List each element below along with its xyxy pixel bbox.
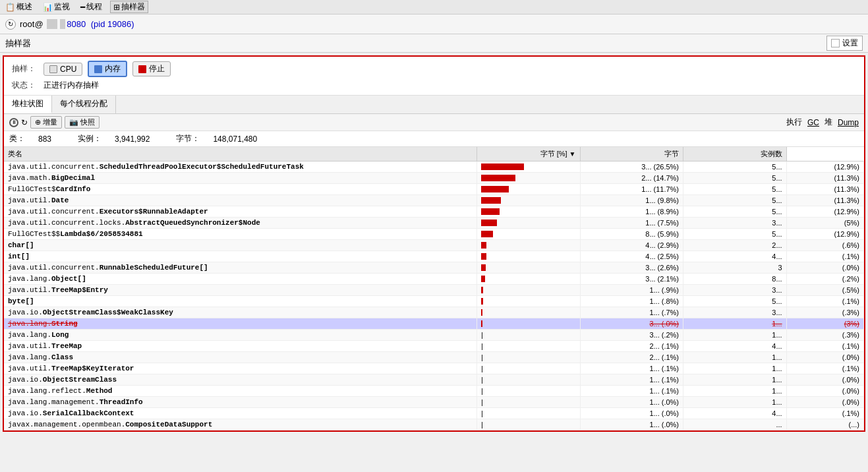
class-name-cell: java.io.ObjectStreamClass bbox=[4, 374, 477, 386]
bar-visual bbox=[481, 175, 515, 181]
checkbox-icon bbox=[831, 39, 840, 47]
heap-table: 类名 字节 [%] ▼ 字节 实例数 java.util.concu bbox=[4, 147, 864, 430]
bytes1-cell: 1... (.9%) bbox=[580, 285, 683, 296]
top-nav-bar: 📋 概述 📊 监视 ━ 线程 ⊞ 抽样器 bbox=[0, 0, 868, 15]
bar-cell bbox=[477, 184, 580, 195]
bar-cell: | bbox=[477, 363, 580, 374]
instances-cell: (.0%) bbox=[786, 352, 863, 363]
instances-cell: (.1%) bbox=[786, 296, 863, 307]
instances-cell: (12.9%) bbox=[786, 206, 863, 218]
class-name-cell: java.math.BigDecimal bbox=[4, 173, 477, 184]
classes-value: 883 bbox=[38, 134, 51, 144]
bytes2-cell: 2... bbox=[683, 240, 787, 251]
tabs-row: 堆柱状图 每个线程分配 bbox=[4, 96, 864, 114]
bar-cell: | bbox=[477, 330, 580, 341]
refresh-button[interactable]: ↻ bbox=[5, 19, 16, 30]
bytes1-cell: 1... (.7%) bbox=[580, 307, 683, 318]
class-name-cell: byte[] bbox=[4, 296, 477, 307]
bytes2-cell: 3... bbox=[683, 285, 787, 296]
instances-cell: (.6%) bbox=[786, 240, 863, 251]
cpu-button[interactable]: CPU bbox=[43, 63, 82, 76]
class-name-cell: java.lang.reflect.Method bbox=[4, 386, 477, 397]
bytes1-cell: 3... (.0%) bbox=[580, 318, 683, 330]
tab-per-thread[interactable]: 每个线程分配 bbox=[52, 96, 116, 113]
nav-item-monitor[interactable]: 📊 监视 bbox=[40, 1, 72, 13]
instances-cell: (.0%) bbox=[786, 397, 863, 408]
dump-label[interactable]: Dump bbox=[838, 118, 859, 127]
instances-cell: (.2%) bbox=[786, 274, 863, 285]
gc-label[interactable]: GC bbox=[807, 118, 819, 127]
instances-cell: (.1%) bbox=[786, 408, 863, 419]
tab-heap-histogram[interactable]: 堆柱状图 bbox=[4, 96, 52, 113]
toolbar-right: 执行 GC 堆 Dump bbox=[786, 117, 859, 128]
class-name-cell: javax.management.openmbean.CompositeData… bbox=[4, 419, 477, 430]
stop-button[interactable]: 停止 bbox=[132, 61, 171, 76]
bar-cell bbox=[477, 251, 580, 262]
bytes2-cell: 5... bbox=[683, 296, 787, 307]
exec-label: 执行 bbox=[786, 117, 802, 128]
table-wrapper[interactable]: 类名 字节 [%] ▼ 字节 实例数 java.util.concu bbox=[4, 147, 864, 430]
bar-cell bbox=[477, 240, 580, 251]
instances-cell: (12.9%) bbox=[786, 229, 863, 240]
title-bar: ↻ root@ 8080 (pid 19086) bbox=[0, 15, 868, 34]
instances-cell: (.0%) bbox=[786, 374, 863, 386]
ip-display bbox=[60, 19, 65, 29]
bar-visual bbox=[481, 163, 524, 170]
increment-button[interactable]: ⊕ 增量 bbox=[30, 116, 62, 129]
class-name-cell: java.io.SerialCallbackContext bbox=[4, 408, 477, 419]
bytes1-cell: 3... (.2%) bbox=[580, 330, 683, 341]
class-name-cell: java.util.TreeMap$Entry bbox=[4, 285, 477, 296]
bytes2-cell: 4... bbox=[683, 408, 787, 419]
class-name-cell: java.util.concurrent.locks.AbstractQueue… bbox=[4, 218, 477, 229]
bytes2-cell: 1... bbox=[683, 352, 787, 363]
bar-visual bbox=[481, 253, 486, 260]
classes-label: 类： bbox=[9, 133, 25, 144]
class-name-cell: FullGCTest$$Lambda$6/2058534881 bbox=[4, 229, 477, 240]
bytes2-cell: 1... bbox=[683, 386, 787, 397]
snapshot-button[interactable]: 📷 快照 bbox=[65, 116, 100, 129]
settings-button[interactable]: 设置 bbox=[826, 36, 863, 51]
class-name-cell: char[] bbox=[4, 240, 477, 251]
bar-visual bbox=[481, 231, 493, 237]
table-row: java.util.concurrent.locks.AbstractQueue… bbox=[4, 218, 864, 229]
bytes2-cell: ... bbox=[683, 419, 787, 430]
bar-visual bbox=[481, 287, 483, 293]
nav-item-sampler[interactable]: ⊞ 抽样器 bbox=[110, 1, 148, 13]
bytes2-cell: 4... bbox=[683, 251, 787, 262]
bar-cell: | bbox=[477, 408, 580, 419]
table-row: java.util.TreeMap|2... (.1%)4...(.1%) bbox=[4, 341, 864, 352]
col-classname: 类名 bbox=[4, 147, 477, 162]
bytes2-cell: 1... bbox=[683, 374, 787, 386]
bytes1-cell: 3... (26.5%) bbox=[580, 162, 683, 173]
bar-visual bbox=[481, 276, 485, 282]
col-bytes2[interactable]: 字节 bbox=[580, 147, 683, 162]
class-name-cell: java.util.concurrent.ScheduledThreadPool… bbox=[4, 162, 477, 173]
bytes1-cell: 1... (.0%) bbox=[580, 408, 683, 419]
table-row: java.io.ObjectStreamClass$WeakClassKey1.… bbox=[4, 307, 864, 318]
col-instances[interactable]: 实例数 bbox=[683, 147, 787, 162]
bar-cell: | bbox=[477, 374, 580, 386]
instances-cell: (.3%) bbox=[786, 330, 863, 341]
bytes2-cell: 1... bbox=[683, 330, 787, 341]
mem-icon bbox=[94, 65, 102, 73]
table-row: java.lang.Long|3... (.2%)1...(.3%) bbox=[4, 330, 864, 341]
instances-cell: (.1%) bbox=[786, 363, 863, 374]
nav-item-thread[interactable]: ━ 线程 bbox=[78, 1, 105, 13]
instances-cell: (11.3%) bbox=[786, 173, 863, 184]
bar-cell bbox=[477, 195, 580, 206]
col-bytes[interactable]: 字节 [%] ▼ bbox=[477, 147, 580, 162]
memory-button[interactable]: 内存 bbox=[88, 61, 127, 77]
nav-item-overview[interactable]: 📋 概述 bbox=[3, 1, 35, 13]
instances-cell: (.1%) bbox=[786, 341, 863, 352]
bar-cell: | bbox=[477, 397, 580, 408]
bytes-value: 148,071,480 bbox=[213, 134, 257, 144]
table-row: java.lang.reflect.Method|1... (.1%)1...(… bbox=[4, 386, 864, 397]
bytes2-cell: 3 bbox=[683, 262, 787, 274]
class-name-cell: java.io.ObjectStreamClass$WeakClassKey bbox=[4, 307, 477, 318]
bar-visual bbox=[481, 320, 482, 327]
table-row: java.lang.String3... (.0%)1...(3%) bbox=[4, 318, 864, 330]
class-name-cell: java.lang.Object[] bbox=[4, 274, 477, 285]
pause-button[interactable]: ⏸ bbox=[9, 118, 18, 127]
refresh-all-button[interactable]: ↻ bbox=[21, 118, 28, 127]
bytes1-cell: 3... (2.6%) bbox=[580, 262, 683, 274]
